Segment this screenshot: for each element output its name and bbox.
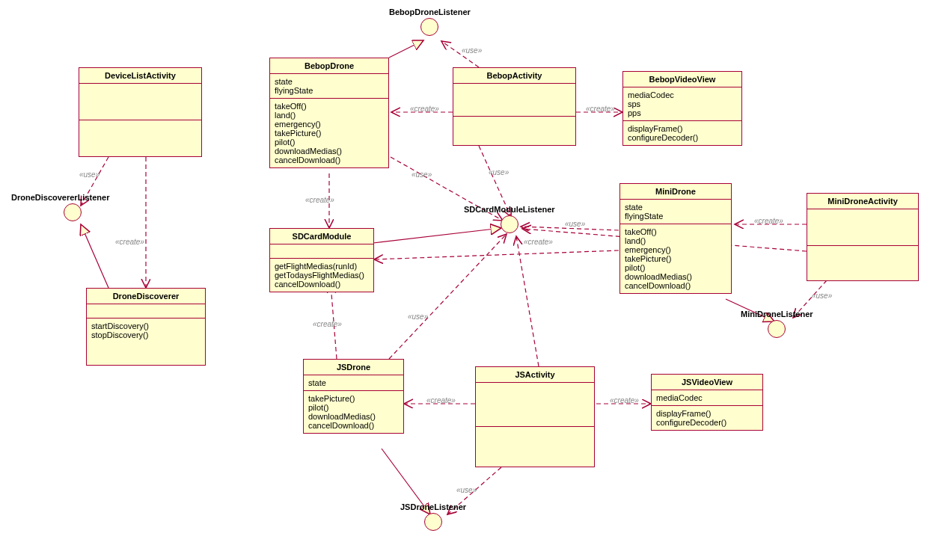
edge-label-create: «create»: [524, 238, 553, 246]
method-row: emergency(): [625, 245, 726, 254]
class-methods: takeOff() land() emergency() takePicture…: [620, 224, 731, 293]
class-mini-drone: MiniDrone state flyingState takeOff() la…: [619, 183, 732, 294]
edge-label-create: «create»: [426, 396, 456, 404]
class-sdcard-module: SDCardModule getFlightMedias(runId) getT…: [269, 228, 374, 292]
class-methods: [807, 246, 918, 256]
interface-label: SDCardModuleListener: [464, 205, 555, 214]
method-row: pilot(): [625, 263, 726, 272]
attr-row: state: [625, 203, 726, 212]
edge-label-use: «use»: [456, 486, 477, 494]
edge-label-create: «create»: [115, 238, 144, 246]
method-row: configureDecoder(): [628, 133, 737, 142]
interface-circle-icon: [64, 203, 82, 221]
method-row: takePicture(): [625, 254, 726, 263]
interface-circle-icon: [420, 18, 438, 36]
class-name: SDCardModule: [270, 229, 373, 244]
class-name: DeviceListActivity: [79, 68, 201, 84]
class-bebop-activity: BebopActivity: [453, 67, 576, 146]
class-attrs: state flyingState: [270, 74, 388, 99]
class-methods: displayFrame() configureDecoder(): [652, 406, 762, 430]
method-row: takePicture(): [308, 394, 399, 403]
method-row: stopDiscovery(): [91, 330, 201, 339]
edge-label-create: «create»: [586, 105, 615, 113]
class-methods: takeOff() land() emergency() takePicture…: [270, 99, 388, 167]
class-name: JSDrone: [304, 360, 403, 375]
edge-label-create: «create»: [754, 217, 783, 225]
class-name: MiniDroneActivity: [807, 194, 918, 209]
method-row: displayFrame(): [656, 409, 758, 418]
class-attrs: state: [304, 375, 403, 391]
class-attrs: [270, 244, 373, 259]
method-row: pilot(): [308, 403, 399, 412]
class-js-video-view: JSVideoView mediaCodec displayFrame() co…: [651, 374, 763, 431]
class-bebop-drone: BebopDrone state flyingState takeOff() l…: [269, 58, 389, 168]
interface-circle-icon: [768, 320, 786, 338]
method-row: getTodaysFlightMedias(): [275, 271, 369, 280]
edge-label-create: «create»: [410, 105, 439, 113]
class-js-drone: JSDrone state takePicture() pilot() down…: [303, 359, 404, 434]
interface-label: BebopDroneListener: [389, 7, 471, 16]
class-attrs: state flyingState: [620, 200, 731, 224]
interface-label: DroneDiscovererListener: [11, 193, 109, 202]
interface-js-drone-listener: JSDroneListener: [400, 502, 466, 531]
class-attrs: mediaCodec sps pps: [623, 87, 741, 121]
method-row: land(): [625, 236, 726, 245]
edge-label-create: «create»: [305, 196, 334, 204]
interface-label: MiniDroneListener: [741, 310, 813, 319]
interface-mini-drone-listener: MiniDroneListener: [741, 310, 813, 338]
class-methods: [79, 120, 201, 131]
class-attrs: [476, 383, 594, 427]
class-name: BebopDrone: [270, 58, 388, 74]
edge-label-use: «use»: [408, 313, 428, 321]
method-row: takeOff(): [625, 227, 726, 236]
class-name: MiniDrone: [620, 184, 731, 200]
edge-label-use: «use»: [79, 170, 100, 179]
method-row: cancelDownload(): [275, 280, 369, 289]
method-row: cancelDownload(): [625, 281, 726, 290]
edge-label-use: «use»: [812, 292, 832, 300]
method-row: cancelDownload(): [308, 421, 399, 430]
attr-row: sps: [628, 99, 737, 108]
method-row: emergency(): [275, 120, 384, 129]
method-row: takeOff(): [275, 102, 384, 111]
class-methods: displayFrame() configureDecoder(): [623, 121, 741, 145]
attr-row: pps: [628, 108, 737, 117]
class-attrs: [807, 209, 918, 246]
class-attrs: [453, 84, 575, 117]
attr-row: state: [308, 378, 399, 387]
method-row: startDiscovery(): [91, 321, 201, 330]
class-methods: [476, 427, 594, 437]
class-methods: startDiscovery() stopDiscovery(): [87, 319, 205, 365]
interface-drone-discoverer-listener: DroneDiscovererListener: [11, 193, 109, 221]
interface-label: JSDroneListener: [400, 502, 466, 511]
method-row: displayFrame(): [628, 124, 737, 133]
class-js-activity: JSActivity: [475, 366, 595, 467]
class-bebop-video-view: BebopVideoView mediaCodec sps pps displa…: [622, 71, 742, 146]
class-attrs: mediaCodec: [652, 390, 762, 406]
attr-row: state: [275, 77, 384, 86]
method-row: configureDecoder(): [656, 418, 758, 427]
class-methods: [453, 117, 575, 127]
method-row: getFlightMedias(runId): [275, 262, 369, 271]
method-row: pilot(): [275, 138, 384, 147]
attr-row: mediaCodec: [628, 90, 737, 99]
interface-bebop-drone-listener: BebopDroneListener: [389, 7, 471, 36]
class-name: JSVideoView: [652, 375, 762, 390]
method-row: land(): [275, 111, 384, 120]
attr-row: flyingState: [275, 86, 384, 95]
method-row: cancelDownload(): [275, 156, 384, 164]
class-name: JSActivity: [476, 367, 594, 383]
class-attrs: [87, 304, 205, 319]
class-mini-drone-activity: MiniDroneActivity: [807, 193, 919, 281]
class-name: BebopActivity: [453, 68, 575, 84]
method-row: takePicture(): [275, 129, 384, 138]
class-methods: getFlightMedias(runId) getTodaysFlightMe…: [270, 259, 373, 292]
edge-label-use: «use»: [489, 168, 509, 176]
interface-circle-icon: [501, 215, 518, 233]
edge-label-use: «use»: [412, 170, 432, 179]
attr-row: mediaCodec: [656, 393, 758, 402]
class-methods: takePicture() pilot() downloadMedias() c…: [304, 391, 403, 433]
method-row: downloadMedias(): [308, 412, 399, 421]
edge-label-create: «create»: [313, 320, 342, 328]
class-attrs: [79, 84, 201, 120]
